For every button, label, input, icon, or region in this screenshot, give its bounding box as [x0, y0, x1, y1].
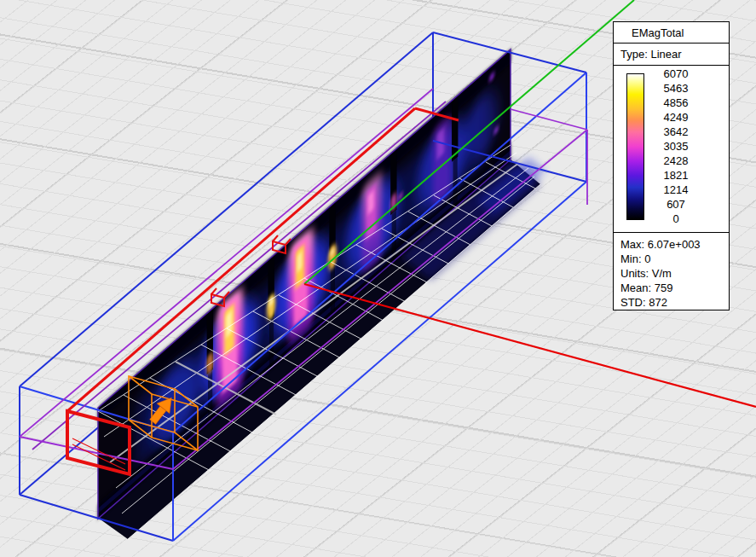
stat-line: Max: 6.07e+003 — [620, 237, 729, 252]
scale-value: 3035 — [648, 140, 704, 153]
legend-title: EMagTotal — [614, 22, 729, 44]
field-plane[interactable] — [98, 49, 511, 519]
legend-stats: Max: 6.07e+003 Min: 0 Units: V/m Mean: 7… — [614, 233, 729, 310]
colorbar — [626, 73, 644, 220]
stat-line: Min: 0 — [620, 252, 729, 266]
stat-line: Units: V/m — [620, 266, 729, 281]
scale-value: 607 — [648, 198, 704, 211]
scale-value: 5463 — [648, 82, 704, 95]
scale-value: 1214 — [648, 183, 704, 196]
colorbar-scale: 6070 5463 4856 4249 3642 3035 2428 1821 … — [614, 66, 729, 233]
stat-line: Mean: 759 — [620, 281, 729, 295]
legend-scale-type: Type: Linear — [614, 44, 729, 66]
scale-value: 6070 — [648, 67, 704, 80]
scale-value: 3642 — [648, 125, 704, 138]
scale-value: 4856 — [648, 96, 704, 109]
stat-line: STD: 872 — [620, 295, 729, 310]
scale-value: 4249 — [648, 111, 704, 124]
legend-panel: EMagTotal Type: Linear 6070 5463 4856 42… — [613, 21, 730, 310]
scale-value: 2428 — [648, 154, 704, 167]
scale-value: 1821 — [648, 169, 704, 182]
scale-value: 0 — [648, 212, 704, 225]
3d-model-viewport[interactable]: EMagTotal Type: Linear 6070 5463 4856 42… — [0, 0, 756, 557]
